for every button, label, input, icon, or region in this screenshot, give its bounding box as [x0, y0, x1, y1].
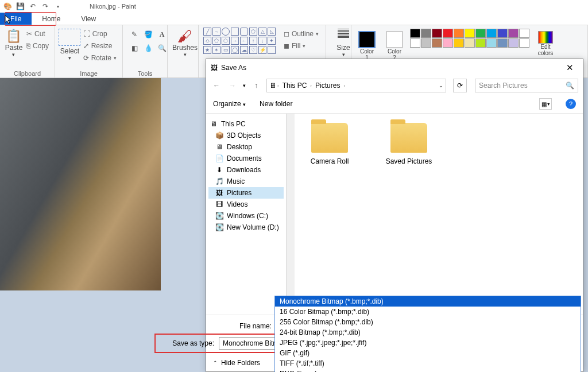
filetype-option[interactable]: 24-bit Bitmap (*.bmp;*.dib)	[275, 327, 581, 338]
tree-scrollbar[interactable]	[287, 114, 295, 315]
palette-color[interactable]	[421, 29, 431, 38]
undo-icon[interactable]: ↶	[28, 1, 38, 11]
shape-rect[interactable]	[231, 28, 239, 36]
copy-button[interactable]: ⎘Copy	[24, 41, 51, 51]
folder-item[interactable]: Camera Roll	[304, 123, 355, 165]
tree-item[interactable]: 🖥This PC	[208, 118, 284, 130]
palette-color[interactable]	[410, 29, 420, 38]
filetype-option[interactable]: PNG (*.png)	[275, 369, 581, 372]
shape-curve[interactable]: ～	[212, 28, 220, 36]
palette-color[interactable]	[443, 29, 453, 38]
save-icon[interactable]: 💾	[15, 1, 25, 11]
shape-outline-button[interactable]: ◻Outline ▾	[281, 29, 321, 39]
palette-color[interactable]	[443, 38, 453, 48]
palette-color[interactable]	[432, 29, 442, 38]
refresh-button[interactable]: ⟳	[453, 79, 467, 92]
palette-color[interactable]	[486, 29, 497, 38]
search-input[interactable]: Search Pictures 🔍	[475, 79, 578, 92]
shape-line[interactable]: ╱	[203, 28, 211, 36]
rotate-button[interactable]: ⟳Rotate ▾	[81, 53, 119, 63]
shape-darrow[interactable]: ↓	[258, 37, 266, 45]
close-button[interactable]: ✕	[561, 63, 578, 73]
tree-item[interactable]: 🎞Videos	[208, 199, 284, 210]
back-button[interactable]: ←	[211, 80, 222, 91]
palette-color[interactable]	[508, 29, 519, 38]
palette-color[interactable]	[421, 38, 431, 48]
filetype-option[interactable]: Monochrome Bitmap (*.bmp;*.dib)	[275, 296, 581, 307]
redo-icon[interactable]: ↷	[40, 1, 51, 11]
crop-button[interactable]: ⛶Crop	[81, 29, 119, 39]
palette-color[interactable]	[519, 29, 529, 38]
shape-5star[interactable]: ★	[203, 46, 211, 54]
magnify-icon[interactable]: 🔍	[156, 42, 168, 54]
tree-item[interactable]: 💽Windows (C:)	[208, 210, 284, 222]
select-button[interactable]: Select ▾	[59, 26, 81, 63]
tree-item[interactable]: 🖥Desktop	[208, 141, 284, 153]
text-icon[interactable]: A	[156, 29, 168, 40]
shape-oval[interactable]	[222, 28, 230, 36]
shapes-gallery[interactable]: ╱～⬠△◺ ◇⬠⬡→←↑↓✦ ★✶▭◯☁♡⚡	[202, 26, 277, 55]
up-button[interactable]: ↑	[250, 80, 262, 91]
color-palette[interactable]	[410, 29, 529, 48]
tree-item[interactable]: 📄Documents	[208, 153, 284, 164]
palette-color[interactable]	[475, 38, 486, 48]
palette-color[interactable]	[465, 38, 475, 48]
filetype-option[interactable]: 256 Color Bitmap (*.bmp;*.dib)	[275, 317, 581, 327]
color1-button[interactable]: Color 1	[355, 29, 379, 63]
shape-pent[interactable]: ⬠	[212, 37, 220, 45]
folder-item[interactable]: Saved Pictures	[383, 123, 435, 165]
filetype-option[interactable]: GIF (*.gif)	[275, 348, 581, 358]
resize-button[interactable]: ⤢Resize	[81, 41, 119, 51]
palette-color[interactable]	[454, 29, 464, 38]
cut-button[interactable]: ✂Cut	[24, 29, 51, 39]
shape-more[interactable]	[268, 46, 276, 54]
qat-dropdown-icon[interactable]: ▾	[53, 1, 63, 11]
pencil-icon[interactable]: ✎	[129, 29, 140, 40]
shape-larrow[interactable]: ←	[240, 37, 248, 45]
eraser-icon[interactable]: ◧	[129, 42, 140, 54]
shape-fill-button[interactable]: ◼Fill ▾	[281, 41, 321, 51]
picker-icon[interactable]: 💧	[142, 42, 154, 54]
palette-color[interactable]	[410, 38, 420, 48]
new-folder-button[interactable]: New folder	[260, 100, 292, 108]
shape-bolt[interactable]: ⚡	[258, 46, 266, 54]
shape-rarrow[interactable]: →	[231, 37, 239, 45]
shape-rtri[interactable]: ◺	[268, 28, 276, 36]
filetype-option[interactable]: 16 Color Bitmap (*.bmp;*.dib)	[275, 307, 581, 317]
palette-color[interactable]	[497, 29, 508, 38]
filetype-option[interactable]: TIFF (*.tif;*.tiff)	[275, 358, 581, 369]
paint-app-icon[interactable]: 🎨	[2, 1, 13, 11]
brushes-button[interactable]: 🖌 Brushes ▾	[171, 26, 199, 60]
palette-color[interactable]	[432, 38, 442, 48]
shape-4star[interactable]: ✦	[268, 37, 276, 45]
shape-calloval[interactable]: ◯	[231, 46, 239, 54]
shape-callrect[interactable]: ▭	[222, 46, 230, 54]
filetype-dropdown[interactable]: Monochrome Bitmap (*.bmp;*.dib)16 Color …	[274, 296, 581, 372]
palette-color[interactable]	[497, 38, 508, 48]
palette-color[interactable]	[454, 38, 464, 48]
menu-home[interactable]: Home	[32, 13, 71, 25]
folder-view[interactable]: Camera RollSaved Pictures	[295, 114, 583, 315]
shape-diamond[interactable]: ◇	[203, 37, 211, 45]
organize-button[interactable]: Organize ▾	[213, 100, 246, 108]
palette-color[interactable]	[475, 29, 486, 38]
shape-uarrow[interactable]: ↑	[249, 37, 257, 45]
paste-button[interactable]: 📋 Paste ▾	[3, 26, 24, 60]
tree-item[interactable]: 💽New Volume (D:)	[208, 222, 284, 233]
edit-colors-button[interactable]: Edit colors	[533, 29, 558, 59]
tree-item[interactable]: 🎵Music	[208, 176, 284, 187]
palette-color[interactable]	[486, 38, 497, 48]
tree-item[interactable]: 🖼Pictures	[208, 187, 284, 199]
palette-color[interactable]	[508, 38, 519, 48]
palette-color[interactable]	[519, 38, 529, 48]
shape-heart[interactable]: ♡	[249, 46, 257, 54]
shape-roundrect[interactable]	[240, 28, 248, 36]
address-bar[interactable]: 🖥 › This PC › Pictures › ⌄	[266, 79, 446, 92]
tree-item[interactable]: 📦3D Objects	[208, 130, 284, 141]
recent-dropdown-icon[interactable]: ▾	[243, 83, 246, 88]
shape-6star[interactable]: ✶	[212, 46, 220, 54]
color2-button[interactable]: Color 2	[382, 29, 407, 63]
shape-poly[interactable]: ⬠	[249, 28, 257, 36]
address-dropdown-icon[interactable]: ⌄	[439, 83, 443, 88]
shape-tri[interactable]: △	[258, 28, 266, 36]
